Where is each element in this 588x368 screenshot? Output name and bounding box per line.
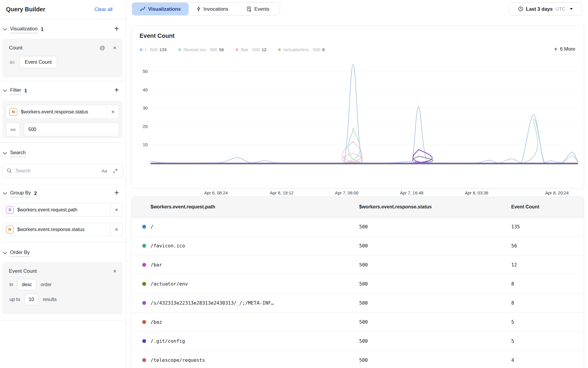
chart-series-line	[151, 149, 578, 163]
regex-icon[interactable]	[112, 168, 118, 174]
legend-item[interactable]: /actuator/env · 500 8	[278, 47, 325, 52]
add-filter-button[interactable]: +	[112, 85, 121, 95]
cell-response-status: 500	[359, 313, 368, 331]
series-dot-icon	[142, 339, 146, 343]
visualization-section-label[interactable]: Visualization	[10, 26, 37, 33]
chart-series-line	[151, 141, 578, 163]
time-range-selector[interactable]: Last 3 days UTC	[509, 2, 582, 15]
filter-section-label[interactable]: Filter	[10, 87, 21, 95]
order-by-field: Event Count	[9, 268, 112, 274]
add-visualization-button[interactable]: +	[112, 24, 121, 33]
cell-request-path: /actuator/env	[151, 275, 188, 293]
in-label: in	[10, 282, 13, 287]
clear-all-button[interactable]: Clear all	[94, 7, 112, 12]
legend-label: /favicon.ico · 500	[184, 47, 217, 52]
group-by-section-label[interactable]: Group By	[10, 190, 31, 197]
search-input[interactable]	[15, 168, 102, 174]
section-divider	[0, 320, 126, 321]
filter-operator-select[interactable]: >=	[6, 123, 20, 136]
table-row[interactable]: /telescope/requests5004	[132, 351, 584, 368]
chart-series-line	[151, 119, 578, 163]
chevron-down-icon[interactable]	[3, 90, 7, 92]
line-chart-plot[interactable]	[151, 63, 578, 165]
group-by-chip[interactable]: S $workers.event.request.path ✕	[2, 203, 123, 216]
search-box: Aa	[2, 164, 123, 178]
legend-label: /actuator/env · 500	[283, 47, 320, 52]
chart-series-line	[151, 153, 578, 163]
legend-item[interactable]: /favicon.ico · 500 56	[178, 47, 224, 52]
cell-response-status: 500	[359, 217, 368, 236]
series-dot-icon	[142, 358, 146, 362]
legend-item[interactable]: / · 500 135	[140, 47, 167, 52]
tab-visualizations[interactable]: Visualizations	[132, 3, 189, 15]
chevron-down-icon[interactable]	[3, 252, 7, 254]
table-row[interactable]: /s/432313e22313e28313e2430313/_/;/META-I…	[132, 294, 584, 313]
filter-section-header: Filter 1 +	[0, 85, 126, 97]
legend-count: 56	[219, 47, 224, 52]
visualization-alias-button[interactable]: Event Count	[19, 56, 57, 68]
query-builder-sidebar: Query Builder Clear all Visualization 1 …	[0, 0, 126, 368]
cell-request-path: /favicon.ico	[151, 236, 185, 255]
match-case-icon[interactable]: Aa	[102, 168, 107, 173]
table-row[interactable]: /favicon.ico50056	[132, 236, 584, 255]
table-row[interactable]: /500135	[132, 217, 584, 236]
cell-event-count: 5	[511, 332, 514, 350]
chevron-down-icon[interactable]	[3, 192, 7, 195]
group-by-count: 2	[34, 191, 37, 196]
tab-label: Invocations	[204, 6, 228, 12]
cell-request-path: /bar	[151, 255, 162, 274]
more-label: 6 More	[560, 46, 575, 52]
table-row[interactable]: /actuator/env5008	[132, 275, 584, 294]
remove-filter-icon[interactable]: ✕	[107, 105, 119, 118]
cell-response-status: 500	[359, 294, 368, 312]
series-dot-icon	[142, 282, 146, 286]
remove-group-by-icon[interactable]: ✕	[110, 203, 122, 216]
chart-legend: / · 500 135 /favicon.ico · 500 56 /bar ·…	[140, 47, 325, 52]
table-row[interactable]: /baz5005	[132, 313, 584, 332]
order-direction-select[interactable]: desc	[17, 279, 36, 290]
legend-item[interactable]: /bar · 500 12	[235, 47, 267, 52]
x-axis-labels: Apr 6, 08:24Apr 6, 19:12Apr 7, 06:00Apr …	[151, 191, 578, 196]
filter-field-name: $workers.event.response.status	[21, 109, 88, 115]
tab-events[interactable]: Events	[236, 3, 280, 15]
number-type-icon: N	[6, 226, 14, 233]
series-dot-icon	[140, 48, 143, 51]
show-more-series-button[interactable]: + 6 More	[553, 46, 576, 54]
series-dot-icon	[235, 48, 238, 51]
filter-value-input[interactable]: 500	[24, 123, 119, 136]
section-divider	[0, 242, 126, 242]
group-by-chip[interactable]: N $workers.event.response.status ✕	[2, 223, 123, 236]
chevron-down-icon[interactable]	[3, 152, 7, 155]
remove-group-by-icon[interactable]: ✕	[110, 223, 122, 236]
tab-invocations[interactable]: Invocations	[189, 3, 236, 15]
attribute-at-icon[interactable]: @	[99, 45, 105, 51]
legend-count: 8	[322, 47, 325, 52]
series-dot-icon	[142, 301, 146, 305]
metric-name: Count	[9, 45, 99, 51]
table-row[interactable]: /bar50012	[132, 255, 584, 275]
search-section-label[interactable]: Search	[10, 150, 26, 157]
chevron-down-icon[interactable]	[3, 28, 7, 31]
timezone-label: UTC	[555, 6, 565, 12]
chart-title: Event Count	[140, 32, 175, 39]
table-row[interactable]: /.git/config5005	[132, 332, 584, 351]
sidebar-header: Query Builder Clear all	[0, 0, 126, 19]
table-header-row: $workers.event.request.path $workers.eve…	[132, 197, 584, 217]
caret-down-icon	[570, 8, 573, 10]
limit-input[interactable]: 10	[24, 294, 39, 305]
add-group-by-button[interactable]: +	[112, 188, 121, 197]
remove-visualization-icon[interactable]: ✕	[112, 45, 117, 51]
cell-request-path: /	[151, 217, 154, 236]
group-by-section-header: Group By 2 +	[0, 188, 126, 199]
cell-event-count: 5	[511, 313, 514, 331]
cell-request-path: /s/432313e22313e28313e2430313/_/;/META-I…	[151, 294, 274, 312]
chart-series-line	[151, 156, 578, 163]
cell-request-path: /.git/config	[151, 332, 185, 350]
order-by-section-label[interactable]: Order By	[10, 250, 30, 257]
remove-order-by-icon[interactable]: ✕	[112, 268, 117, 275]
tab-label: Visualizations	[148, 6, 181, 12]
cell-event-count: 56	[511, 236, 517, 255]
legend-label: / · 500	[145, 47, 158, 52]
section-divider	[0, 142, 126, 143]
filter-field-chip[interactable]: N $workers.event.response.status ✕	[6, 105, 119, 119]
